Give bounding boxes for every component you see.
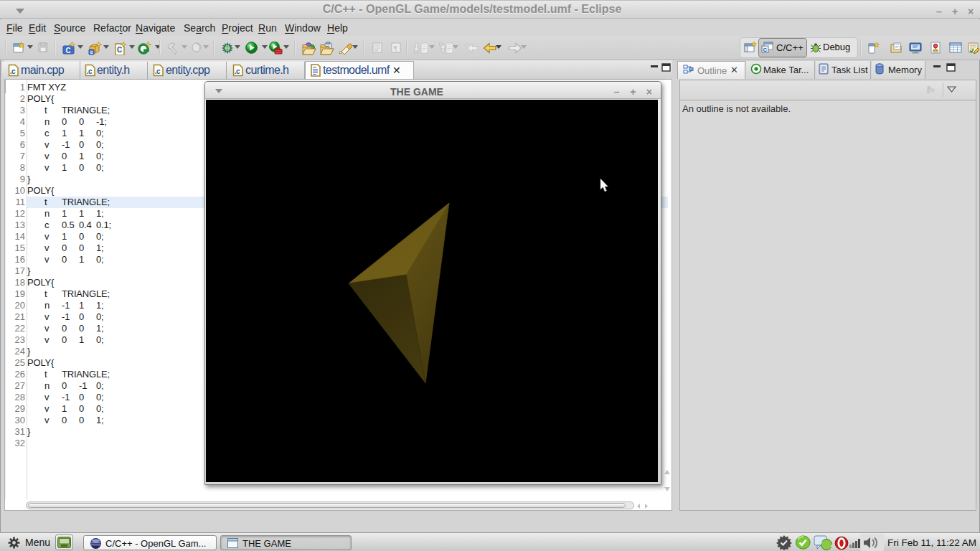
svg-text:.c: .c (155, 67, 161, 75)
svg-text:C: C (66, 47, 71, 55)
svg-text:c: c (90, 49, 93, 55)
svg-text:.c: .c (235, 67, 240, 75)
svg-text:.c: .c (10, 67, 16, 75)
svg-text:C: C (117, 46, 122, 54)
svg-text:¶: ¶ (394, 44, 397, 52)
svg-text:.c: .c (86, 67, 92, 75)
svg-text:C: C (763, 47, 768, 53)
